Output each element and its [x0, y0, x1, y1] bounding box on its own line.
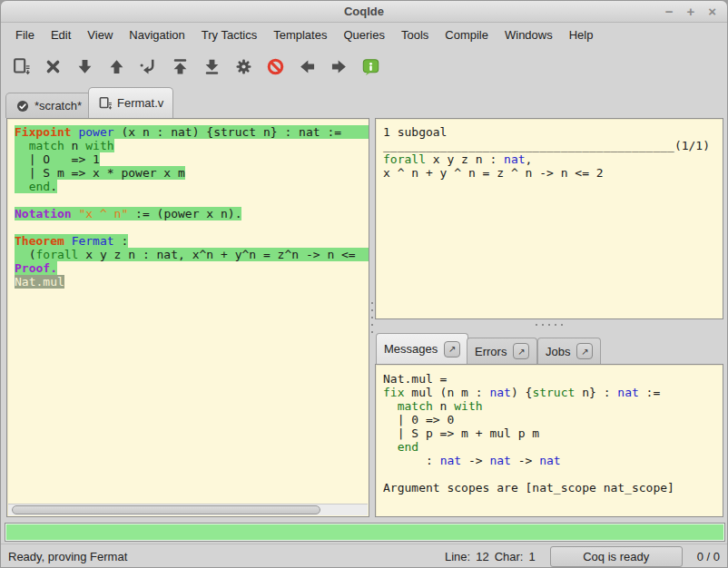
previous-occurrence-button[interactable] [291, 51, 323, 83]
code-line: match n with [15, 139, 369, 152]
messages-content: Nat.mul =fix mul (n m : nat) {struct n} … [376, 365, 723, 495]
menu-tools[interactable]: Tools [393, 25, 437, 44]
code-line: | 0 => 0 [383, 413, 723, 426]
detach-icon: ↗ [517, 347, 525, 357]
tab-jobs-label: Jobs [546, 345, 570, 358]
restart-to-start-button[interactable] [164, 51, 196, 83]
minimize-button[interactable]: − [665, 4, 674, 19]
tab-messages[interactable]: Messages ↗ [376, 333, 468, 364]
vertical-splitter[interactable] [369, 118, 375, 517]
menu-file[interactable]: File [7, 25, 43, 44]
tab-fermat[interactable]: Fermat.v [88, 87, 173, 118]
go-to-end-button[interactable] [196, 51, 228, 83]
tab-scratch[interactable]: *scratch* [5, 93, 92, 118]
goal-counter: 0 / 0 [697, 550, 720, 563]
menu-bar: FileEditViewNavigationTry TacticsTemplat… [1, 24, 727, 46]
backward-one-step-button[interactable] [101, 51, 133, 83]
menu-try-tactics[interactable]: Try Tactics [193, 25, 265, 44]
menu-view[interactable]: View [79, 25, 121, 44]
next-occurrence-button[interactable] [323, 51, 355, 83]
line-label: Line: [445, 550, 470, 563]
code-line: | S p => m + mul p m [383, 426, 723, 440]
fully-check-icon [234, 57, 253, 76]
menu-templates[interactable]: Templates [265, 25, 335, 44]
coqide-window: CoqIde − + × FileEditViewNavigationTry T… [0, 0, 728, 568]
char-value: 1 [528, 550, 535, 563]
tab-jobs[interactable]: Jobs ↗ [537, 338, 601, 364]
menu-windows[interactable]: Windows [497, 25, 561, 44]
close-icon [44, 57, 63, 76]
code-line: 1 subgoal [383, 125, 723, 139]
tab-errors-label: Errors [475, 345, 507, 358]
close-button[interactable] [37, 51, 69, 83]
goals-content: 1 subgoal_______________________________… [376, 119, 723, 180]
code-line: forall x y z n : nat, [383, 152, 723, 166]
interrupt-button[interactable] [260, 51, 291, 83]
code-line: Theorem Fermat : [15, 234, 369, 248]
status-bar: Ready, proving Fermat Line: 12 Char: 1 C… [1, 544, 727, 568]
code-line: ________________________________________… [383, 139, 723, 152]
char-label: Char: [495, 550, 524, 563]
menu-compile[interactable]: Compile [437, 25, 497, 44]
code-line [15, 220, 369, 234]
code-line [15, 193, 369, 207]
next-occurrence-icon [330, 57, 349, 76]
horizontal-scrollbar[interactable] [8, 504, 368, 515]
coq-state-indicator: Coq is ready [550, 546, 683, 567]
menu-help[interactable]: Help [561, 25, 602, 44]
forward-one-step-button[interactable] [69, 51, 101, 83]
fully-check-button[interactable] [228, 51, 260, 83]
detach-messages-button[interactable]: ↗ [444, 341, 460, 357]
progress-bar [5, 523, 725, 542]
go-to-cursor-icon [139, 57, 158, 76]
backward-one-step-icon [107, 57, 126, 76]
save-icon [12, 57, 31, 76]
code-line: | S m => x * power x m [15, 166, 369, 180]
tab-scratch-label: *scratch* [34, 99, 82, 113]
code-line: fix mul (n m : nat) {struct n} : nat := [383, 386, 723, 399]
window-title: CoqIde [1, 5, 727, 18]
go-to-cursor-button[interactable] [133, 51, 164, 83]
window-controls: − + × [665, 4, 716, 19]
scrollbar-thumb[interactable] [12, 505, 320, 514]
code-line: Nat.mul = [383, 372, 723, 386]
toolbar [1, 46, 727, 86]
title-bar[interactable]: CoqIde − + × [1, 1, 727, 23]
go-to-end-icon [202, 57, 221, 76]
save-button[interactable] [5, 51, 37, 83]
tab-fermat-label: Fermat.v [117, 96, 163, 110]
detach-jobs-button[interactable]: ↗ [576, 343, 593, 359]
save-page-icon [98, 96, 113, 111]
code-line: Nat.mul [15, 275, 369, 289]
close-button[interactable]: × [708, 4, 716, 19]
menu-navigation[interactable]: Navigation [121, 25, 192, 44]
detach-icon: ↗ [448, 344, 456, 354]
restart-to-start-icon [171, 57, 190, 76]
messages-panel[interactable]: Nat.mul =fix mul (n m : nat) {struct n} … [375, 364, 723, 517]
maximize-button[interactable]: + [686, 4, 694, 19]
code-line: (forall x y z n : nat, x^n + y^n = z^n -… [15, 248, 369, 261]
code-line: end [383, 440, 723, 454]
status-right: Line: 12 Char: 1 Coq is ready 0 / 0 [445, 546, 720, 567]
line-value: 12 [476, 550, 488, 563]
about-button[interactable] [355, 51, 387, 83]
menu-edit[interactable]: Edit [43, 25, 79, 44]
code-line: Proof. [15, 261, 369, 275]
check-icon [15, 99, 30, 113]
tab-errors[interactable]: Errors ↗ [467, 338, 537, 364]
goals-panel[interactable]: 1 subgoal_______________________________… [375, 118, 723, 319]
horizontal-splitter[interactable] [375, 319, 723, 330]
code-line: Notation "x ^ n" := (power x n). [15, 207, 369, 220]
menu-queries[interactable]: Queries [335, 25, 393, 44]
tab-messages-label: Messages [384, 342, 438, 356]
editor-code: Fixpoint power (x n : nat) {struct n} : … [7, 119, 369, 289]
code-line: x ^ n + y ^ n = z ^ n -> n <= 2 [383, 166, 723, 180]
code-line: match n with [383, 399, 723, 413]
code-line: Argument scopes are [nat_scope nat_scope… [383, 481, 723, 495]
code-line: | O => 1 [15, 152, 369, 166]
detach-errors-button[interactable]: ↗ [513, 343, 529, 359]
status-text: Ready, proving Fermat [8, 550, 127, 563]
detach-icon: ↗ [581, 347, 588, 357]
code-line [383, 467, 723, 481]
script-editor[interactable]: Fixpoint power (x n : nat) {struct n} : … [6, 118, 369, 517]
